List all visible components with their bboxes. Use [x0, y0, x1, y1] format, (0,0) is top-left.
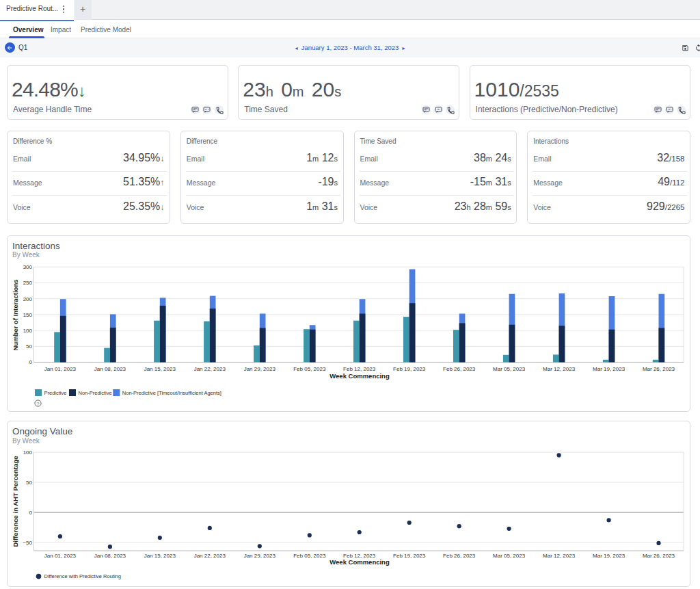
svg-text:100: 100	[23, 449, 33, 456]
svg-text:250: 250	[23, 280, 33, 286]
svg-text:0: 0	[29, 510, 33, 516]
svg-text:Mar 26, 2023: Mar 26, 2023	[643, 553, 675, 559]
svg-text:Feb 05, 2023: Feb 05, 2023	[293, 553, 326, 559]
svg-text:−50: −50	[23, 540, 32, 546]
svg-text:100: 100	[23, 327, 33, 333]
svg-text:Jan 29, 2023: Jan 29, 2023	[244, 553, 276, 559]
svg-text:Jan 22, 2023: Jan 22, 2023	[194, 365, 226, 371]
svg-text:?: ?	[37, 401, 40, 406]
svg-text:Week Commencing: Week Commencing	[329, 371, 390, 379]
svg-text:Feb 19, 2023: Feb 19, 2023	[393, 365, 426, 371]
svg-text:Predictive: Predictive	[44, 390, 67, 396]
svg-text:Feb 19, 2023: Feb 19, 2023	[393, 553, 426, 559]
svg-text:Jan 29, 2023: Jan 29, 2023	[244, 365, 276, 371]
svg-text:50: 50	[26, 343, 32, 350]
svg-text:Feb 26, 2023: Feb 26, 2023	[443, 365, 476, 371]
svg-text:150: 150	[23, 311, 33, 317]
svg-text:Feb 26, 2023: Feb 26, 2023	[443, 553, 476, 559]
svg-text:Jan 08, 2023: Jan 08, 2023	[94, 553, 126, 559]
svg-text:Jan 22, 2023: Jan 22, 2023	[194, 553, 226, 559]
svg-text:Jan 08, 2023: Jan 08, 2023	[94, 365, 126, 371]
svg-text:Jan 01, 2023: Jan 01, 2023	[44, 553, 77, 559]
svg-text:Difference with Predictive Rou: Difference with Predictive Routing	[44, 573, 121, 579]
svg-text:300: 300	[23, 264, 33, 270]
svg-text:Mar 05, 2023: Mar 05, 2023	[493, 365, 526, 371]
svg-text:Non-Predictive [Timeout/Insuff: Non-Predictive [Timeout/Insufficient Age…	[122, 390, 221, 396]
svg-text:Mar 19, 2023: Mar 19, 2023	[593, 365, 625, 371]
svg-text:50: 50	[26, 480, 32, 486]
svg-text:Week Commencing: Week Commencing	[329, 558, 390, 566]
svg-text:Mar 19, 2023: Mar 19, 2023	[593, 553, 625, 559]
svg-text:Non-Predictive: Non-Predictive	[79, 390, 112, 396]
svg-text:Feb 12, 2023: Feb 12, 2023	[343, 365, 376, 371]
svg-text:Mar 12, 2023: Mar 12, 2023	[543, 553, 576, 559]
svg-text:Mar 05, 2023: Mar 05, 2023	[493, 553, 526, 559]
svg-text:Jan 01, 2023: Jan 01, 2023	[44, 365, 77, 371]
svg-text:Feb 05, 2023: Feb 05, 2023	[293, 365, 326, 371]
svg-text:Difference in AHT Percentage: Difference in AHT Percentage	[12, 456, 19, 547]
svg-text:0: 0	[29, 359, 33, 365]
svg-text:Mar 12, 2023: Mar 12, 2023	[543, 365, 576, 371]
svg-text:Number of Interactions: Number of Interactions	[12, 279, 19, 350]
svg-text:Mar 26, 2023: Mar 26, 2023	[643, 365, 675, 371]
svg-text:200: 200	[23, 296, 33, 302]
svg-text:Jan 15, 2023: Jan 15, 2023	[144, 553, 176, 559]
svg-text:Jan 15, 2023: Jan 15, 2023	[144, 365, 176, 371]
